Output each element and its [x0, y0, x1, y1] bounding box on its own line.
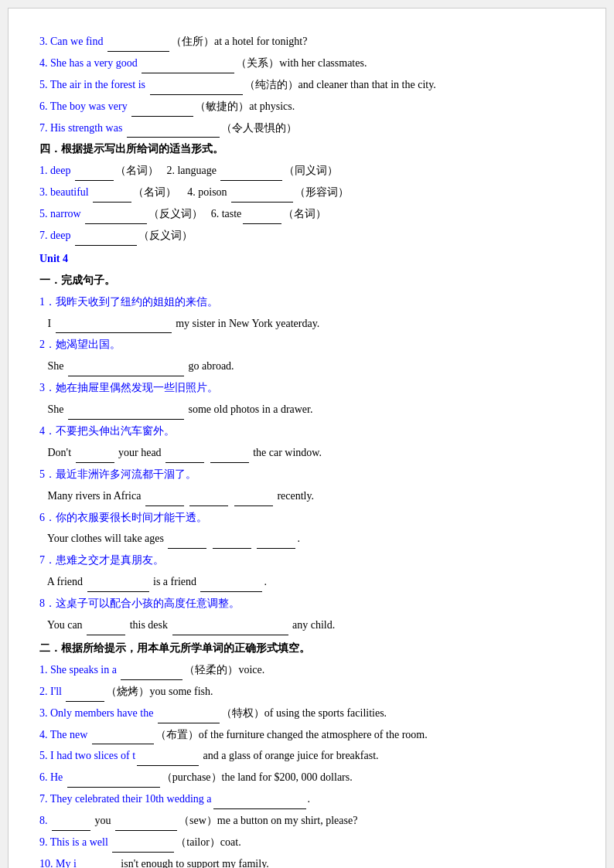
sec4-l4: 7. deep （反义词） [39, 226, 575, 246]
u4-q2-after: go abroad. [186, 360, 234, 372]
blank-u4-8b[interactable] [172, 623, 288, 635]
u4-q8-after: any child. [290, 619, 336, 631]
blank-u4-7a[interactable] [87, 580, 149, 592]
hint-4: （关系）with her classmates. [236, 57, 367, 69]
u4-q8-mid: this desk [127, 619, 170, 631]
sec4-l3: 5. narrow （反义词） 6. taste（名词） [39, 204, 575, 224]
blank-u4-1[interactable] [56, 321, 172, 333]
u4-q2-cn: 2．她渴望出国。 [39, 335, 575, 355]
blank-s2-7[interactable] [213, 797, 306, 809]
u4-q4-en: Don't your head the car window. [39, 443, 575, 463]
blank-u4-4a[interactable] [76, 451, 114, 463]
section-4-title: 四．根据提示写出所给词的适当形式。 [39, 139, 575, 159]
blank-sec4-1[interactable] [75, 168, 114, 181]
u4-q8-en: You can this desk any child. [39, 615, 575, 635]
line-5: 5. The air in the forest is （纯洁的）and cle… [39, 75, 575, 95]
blank-u4-4c[interactable] [210, 451, 249, 463]
blank-s2-4[interactable] [92, 732, 154, 744]
sec2-l2: 2. I'll （烧烤）you some fish. [39, 682, 575, 702]
blank-u4-4b[interactable] [165, 451, 204, 463]
blank-6[interactable] [131, 104, 193, 117]
blank-u4-6a[interactable] [168, 536, 206, 549]
blank-sec4-4[interactable] [231, 190, 293, 203]
u4-q3-cn: 3．她在抽屉里偶然发现一些旧照片。 [39, 378, 575, 398]
blank-sec4-7[interactable] [75, 233, 137, 246]
hint-3: （住所）at a hotel for tonight? [171, 36, 308, 47]
blank-s2-1[interactable] [121, 668, 182, 680]
blank-u4-6c[interactable] [257, 536, 295, 549]
line-6: 6. The boy was very （敏捷的）at physics. [39, 97, 575, 117]
blank-s2-10[interactable] [78, 862, 117, 868]
u4-q7-after: . [264, 576, 267, 587]
blank-sec4-6[interactable] [243, 212, 281, 224]
u4-q1-cn-text: 1．我昨天收到了纽约的姐姐的来信。 [39, 296, 218, 308]
u4-q6-en: Your clothes will take ages . [39, 529, 575, 549]
u4-q7-cn-text: 7．患难之交才是真朋友。 [39, 554, 164, 566]
line-7: 7. His strength was （令人畏惧的） [39, 118, 575, 138]
u4-q2-en-text: She [39, 360, 67, 372]
u4-q6-after: . [297, 533, 300, 544]
sec4-n1: 1. deep [39, 165, 73, 176]
blank-s2-5[interactable] [137, 754, 199, 766]
line-3: 3. Can we find （住所）at a hotel for tonigh… [39, 32, 575, 52]
u4-q6-cn-text: 6．你的衣服要很长时间才能干透。 [39, 512, 207, 523]
hint-sec4-7: （反义词） [138, 230, 193, 241]
blank-4[interactable] [142, 61, 234, 73]
blank-7[interactable] [127, 125, 220, 138]
u4-q6-en-text: Your clothes will take ages [39, 533, 166, 544]
u4-q5-en: Many rivers in Africa recently. [39, 486, 575, 506]
hint-sec4-5: （反义词） 6. taste [148, 208, 241, 220]
hint-5: （纯洁的）and cleaner than that in the city. [244, 79, 436, 90]
unit4-title: Unit 4 [39, 249, 575, 269]
sec2-l10: 10. My i isn't enough to support my fami… [39, 854, 575, 868]
u4-q3-cn-text: 3．她在抽屉里偶然发现一些旧照片。 [39, 382, 218, 393]
blank-u4-5a[interactable] [145, 494, 184, 506]
u4-q3-en: She some old photos in a drawer. [39, 400, 575, 420]
sec2-l9: 9. This is a well （tailor）coat. [39, 832, 575, 853]
u4-q4-cn-text: 4．不要把头伸出汽车窗外。 [39, 425, 175, 437]
u4-q7-mid: is a friend [151, 576, 200, 587]
line-4: 4. She has a very good （关系）with her clas… [39, 53, 575, 73]
blank-s2-9[interactable] [112, 840, 174, 853]
blank-sec4-5[interactable] [85, 212, 147, 224]
blank-3[interactable] [107, 39, 169, 52]
u4-q3-after: some old photos in a drawer. [186, 403, 312, 415]
blank-sec4-2[interactable] [220, 168, 282, 181]
u4-q4-after: the car window. [251, 447, 322, 458]
u4-q7-en-text: A friend [39, 576, 86, 587]
num-4: 4. She has a very good [39, 57, 140, 69]
u4-q5-en-text: Many rivers in Africa [39, 490, 144, 502]
blank-u4-6b[interactable] [213, 536, 251, 549]
u4-q8-cn-text: 8．这桌子可以配合小孩的高度任意调整。 [39, 597, 240, 609]
u4-q4-en-text: Don't [39, 447, 74, 458]
u4-q5-after: recently. [275, 490, 314, 502]
u4-q4-mid: your head [116, 447, 165, 458]
u4-q1-en-text: I [39, 318, 54, 329]
blank-u4-2[interactable] [68, 364, 184, 376]
blank-u4-3[interactable] [68, 407, 184, 420]
blank-s2-2[interactable] [66, 689, 104, 702]
blank-u4-7b[interactable] [200, 580, 262, 592]
blank-u4-8a[interactable] [87, 623, 125, 635]
sec4-n7: 7. deep [39, 230, 73, 241]
u4-q7-en: A friend is a friend . [39, 572, 575, 592]
u4-q4-mid2 [206, 447, 209, 458]
u4-q1-en: I my sister in New York yeaterday. [39, 314, 575, 334]
blank-sec4-3[interactable] [93, 190, 131, 203]
blank-u4-5c[interactable] [234, 494, 273, 506]
u4-q6-cn: 6．你的衣服要很长时间才能干透。 [39, 508, 575, 528]
num-5: 5. The air in the forest is [39, 79, 148, 90]
blank-5[interactable] [150, 83, 243, 95]
blank-u4-5b[interactable] [189, 494, 228, 506]
blank-s2-8a[interactable] [52, 819, 90, 831]
blank-s2-6[interactable] [67, 775, 160, 788]
u4-q5-cn: 5．最近非洲许多河流都干涸了。 [39, 465, 575, 485]
blank-s2-3[interactable] [158, 711, 220, 723]
blank-s2-8b[interactable] [115, 819, 177, 831]
hint-sec4-1: （名词） 2. language [115, 165, 220, 176]
u4-q2-en: She go abroad. [39, 356, 575, 376]
sec4-l2: 3. beautiful （名词） 4. poison （形容词） [39, 182, 575, 203]
hint-sec4-3: （名词） 4. poison [133, 186, 230, 198]
num-7: 7. His strength was [39, 122, 125, 134]
sec2-l5: 5. I had two slices of t and a glass of … [39, 746, 575, 766]
